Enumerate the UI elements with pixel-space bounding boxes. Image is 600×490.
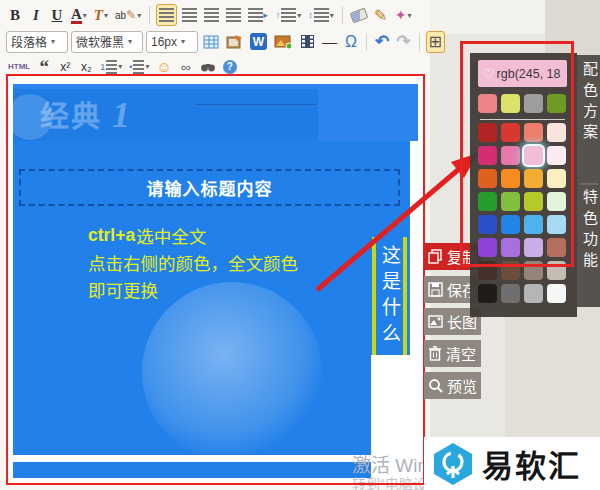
word-import-button[interactable]: W bbox=[248, 31, 269, 53]
chevron-down-icon[interactable]: ▾ bbox=[408, 11, 412, 20]
align-left-icon bbox=[159, 8, 174, 22]
toolbar-separator bbox=[342, 6, 343, 24]
indent-icon bbox=[248, 8, 263, 22]
tab-divider bbox=[579, 183, 598, 185]
editor-annotation-rectangle bbox=[6, 74, 425, 485]
color-swatch[interactable] bbox=[547, 284, 566, 303]
chevron-down-icon: ▾ bbox=[51, 37, 55, 46]
clear-button[interactable]: 清空 bbox=[424, 340, 481, 367]
indent-button[interactable]: ▸ bbox=[246, 4, 271, 26]
side-feature-strip: 配色方案 特色功能 bbox=[577, 55, 600, 307]
logo-hexagon-icon bbox=[432, 442, 474, 486]
screenshot-icon bbox=[226, 34, 243, 49]
font-color-button[interactable]: A ▾ bbox=[69, 4, 89, 26]
panel-annotation-rectangle bbox=[460, 41, 574, 267]
chevron-down-icon[interactable]: ▾ bbox=[118, 62, 122, 71]
justify-icon bbox=[226, 8, 241, 22]
line-height-button[interactable]: ↕ ▾ bbox=[306, 4, 336, 26]
align-center-icon bbox=[182, 8, 197, 22]
background-color-label: T bbox=[94, 7, 103, 24]
color-swatch[interactable] bbox=[501, 284, 520, 303]
chevron-down-icon[interactable]: ▾ bbox=[297, 11, 301, 20]
line-height-icon bbox=[314, 8, 329, 22]
chevron-down-icon: ▾ bbox=[128, 37, 132, 46]
font-family-dropdown[interactable]: 微软雅黑 ▾ bbox=[71, 31, 143, 53]
align-center-button[interactable] bbox=[180, 4, 199, 26]
word-icon: W bbox=[250, 33, 267, 50]
indent-arrow-icon: ▸ bbox=[263, 10, 268, 20]
save-icon bbox=[428, 282, 443, 297]
fullscreen-button[interactable]: ⊞ bbox=[426, 31, 445, 53]
font-size-dropdown[interactable]: 16px ▾ bbox=[146, 31, 198, 53]
arrow-updown-icon: ↕ bbox=[308, 10, 313, 20]
chevron-down-icon[interactable]: ▾ bbox=[83, 11, 87, 20]
chevron-down-icon[interactable]: ▾ bbox=[145, 62, 149, 71]
format-painter-button[interactable]: ✎ bbox=[372, 4, 390, 26]
screenshot-button[interactable] bbox=[224, 31, 245, 53]
insert-video-button[interactable] bbox=[298, 31, 317, 53]
list-bars-icon bbox=[133, 60, 144, 74]
chevron-down-icon: ▾ bbox=[181, 37, 185, 46]
magnifier-icon bbox=[428, 378, 443, 393]
color-swatch[interactable] bbox=[478, 284, 497, 303]
underline-button[interactable]: U bbox=[48, 4, 66, 26]
table-icon bbox=[203, 35, 219, 49]
brand-logo-text: 易软汇 bbox=[482, 441, 581, 486]
background-color-button[interactable]: T ▾ bbox=[92, 4, 110, 26]
paragraph-spacing-button[interactable]: ↑ ▾ bbox=[274, 4, 304, 26]
chevron-down-icon[interactable]: ▾ bbox=[104, 11, 108, 20]
auto-format-button[interactable]: ✦ ▾ bbox=[393, 4, 414, 26]
image-icon bbox=[274, 34, 293, 49]
desktop-background-lower bbox=[505, 300, 600, 437]
chevron-down-icon[interactable]: ▾ bbox=[137, 11, 141, 20]
format-clear-button[interactable] bbox=[349, 4, 369, 26]
list-bars-icon bbox=[106, 60, 117, 74]
eraser-icon bbox=[349, 7, 368, 23]
clear-button-label: 清空 bbox=[446, 343, 476, 364]
tab-color-scheme[interactable]: 配色方案 bbox=[577, 61, 600, 145]
editor-toolbar: B I U A ▾ T ▾ ab ✎ ▾ ▸ ↑ ▾ ↕ bbox=[0, 0, 430, 78]
toolbar-row-2: 段落格 ▾ 微软雅黑 ▾ 16px ▾ bbox=[6, 29, 445, 54]
paragraph-format-dropdown[interactable]: 段落格 ▾ bbox=[6, 31, 68, 53]
align-right-icon bbox=[204, 8, 219, 22]
paragraph-spacing-icon bbox=[281, 8, 296, 22]
paragraph-format-value: 段落格 bbox=[11, 33, 47, 50]
strikethrough-label: ab bbox=[115, 10, 126, 21]
pencil-icon: ✎ bbox=[126, 8, 136, 22]
binoculars-icon bbox=[200, 61, 216, 73]
special-char-button[interactable]: Ω bbox=[342, 31, 360, 53]
font-size-value: 16px bbox=[151, 35, 177, 49]
help-icon: ? bbox=[223, 60, 237, 74]
horizontal-rule-button[interactable]: — bbox=[320, 31, 339, 53]
toolbar-separator bbox=[149, 6, 150, 24]
redo-button[interactable]: ↷ bbox=[394, 31, 412, 53]
align-left-button[interactable] bbox=[156, 4, 177, 26]
justify-button[interactable] bbox=[224, 4, 243, 26]
brand-logo: 易软汇 bbox=[424, 437, 600, 490]
chevron-down-icon[interactable]: ▾ bbox=[330, 11, 334, 20]
italic-button[interactable]: I bbox=[27, 4, 45, 26]
color-swatch[interactable] bbox=[524, 284, 543, 303]
toolbar-separator bbox=[366, 33, 367, 51]
bold-button[interactable]: B bbox=[6, 4, 24, 26]
tab-special-features[interactable]: 特色功能 bbox=[577, 189, 600, 273]
toolbar-row-1: B I U A ▾ T ▾ ab ✎ ▾ ▸ ↑ ▾ ↕ bbox=[6, 3, 414, 27]
arrow-up-icon: ↑ bbox=[276, 10, 281, 20]
align-right-button[interactable] bbox=[202, 4, 221, 26]
insert-table-button[interactable] bbox=[201, 31, 221, 53]
font-color-label: A bbox=[71, 7, 82, 24]
undo-button[interactable]: ↶ bbox=[373, 31, 391, 53]
copy-icon bbox=[428, 249, 443, 264]
toolbar-separator bbox=[419, 33, 420, 51]
preview-button[interactable]: 预览 bbox=[424, 372, 481, 399]
ordered-list-icon: 1 bbox=[100, 62, 105, 72]
unordered-list-icon: • bbox=[129, 62, 132, 72]
insert-image-button[interactable] bbox=[272, 31, 295, 53]
film-icon bbox=[300, 34, 315, 49]
trash-icon bbox=[428, 346, 442, 361]
long-image-icon bbox=[428, 314, 443, 329]
brush-icon: ✎ bbox=[374, 6, 387, 25]
preview-button-label: 预览 bbox=[447, 375, 477, 396]
strikethrough-button[interactable]: ab ✎ ▾ bbox=[113, 4, 143, 26]
magic-wand-icon: ✦ bbox=[395, 7, 407, 23]
